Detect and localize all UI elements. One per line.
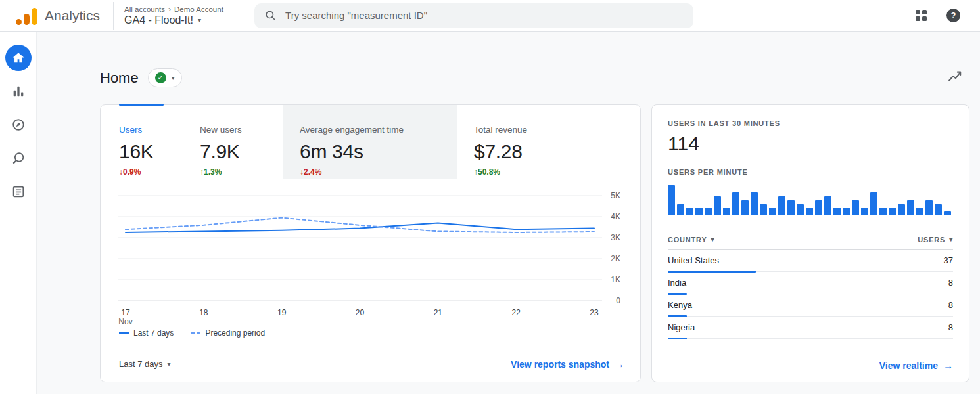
- country-users-value: 8: [948, 278, 953, 288]
- svg-text:5K: 5K: [611, 191, 620, 200]
- top-bar: Analytics All accounts › Demo Account GA…: [0, 0, 980, 32]
- svg-text:Nov: Nov: [118, 317, 132, 326]
- overview-card: Users 16K ↓0.9% New users 7.9K ↑1.3% Ave…: [100, 104, 641, 382]
- metric-tab-avg-engagement-time[interactable]: Average engagement time 6m 34s ↓2.4%: [283, 105, 457, 179]
- analytics-home-link[interactable]: Analytics: [0, 7, 113, 25]
- breadcrumb-account[interactable]: Demo Account: [174, 5, 223, 13]
- minute-bar: [760, 204, 767, 215]
- realtime-card: USERS IN LAST 30 MINUTES 114 USERS PER M…: [651, 104, 969, 382]
- minute-bar: [889, 208, 896, 215]
- insights-button[interactable]: [941, 66, 969, 90]
- metric-value: 16K: [119, 141, 200, 163]
- country-bar: [668, 338, 687, 339]
- insights-icon: [946, 68, 964, 85]
- minute-bar: [714, 196, 721, 215]
- page-header: Home ✓ ▾: [100, 66, 969, 90]
- minute-bar: [879, 208, 887, 215]
- minute-bar: [787, 200, 795, 215]
- minute-bar: [677, 204, 684, 215]
- metric-delta: ↓0.9%: [119, 167, 200, 177]
- cards-row: Users 16K ↓0.9% New users 7.9K ↑1.3% Ave…: [100, 104, 969, 382]
- sidebar-item-explore[interactable]: [5, 112, 32, 138]
- minute-bar: [686, 208, 693, 215]
- svg-text:20: 20: [356, 308, 365, 317]
- minute-bar: [705, 208, 712, 215]
- users-trend-chart: 5K4K3K2K1K017Nov181920212223: [101, 179, 640, 327]
- breadcrumb: All accounts › Demo Account: [124, 5, 236, 13]
- minute-bar: [815, 200, 822, 215]
- search-input[interactable]: [285, 10, 684, 21]
- metric-tab-new-users[interactable]: New users 7.9K ↑1.3%: [200, 105, 283, 179]
- dashed-line-swatch-icon: [191, 332, 200, 334]
- minute-bar: [833, 208, 841, 215]
- property-name: GA4 - Flood-It!: [124, 14, 193, 26]
- metric-label: New users: [200, 125, 283, 135]
- metric-tab-total-revenue[interactable]: Total revenue $7.28 ↑50.8%: [457, 105, 640, 179]
- minute-bar: [898, 204, 905, 215]
- svg-text:18: 18: [199, 308, 208, 317]
- metric-value: 7.9K: [200, 141, 283, 163]
- svg-text:4K: 4K: [611, 212, 620, 221]
- country-users-value: 8: [948, 322, 953, 332]
- chevron-down-icon: ▾: [949, 236, 953, 243]
- advertising-icon: [11, 151, 26, 165]
- status-badge[interactable]: ✓ ▾: [148, 68, 182, 87]
- svg-text:19: 19: [277, 308, 287, 317]
- users-sort-header[interactable]: USERS ▾: [918, 236, 953, 244]
- svg-text:23: 23: [590, 308, 599, 317]
- sidebar-item-reports[interactable]: [5, 78, 32, 104]
- page-title: Home: [100, 70, 139, 87]
- sidebar-item-configure[interactable]: [5, 179, 32, 205]
- metric-delta: ↑50.8%: [474, 167, 640, 177]
- help-icon[interactable]: ?: [946, 9, 960, 22]
- chart-legend: Last 7 days Preceding period: [101, 328, 640, 338]
- property-caret-icon: ▾: [198, 16, 201, 24]
- account-switcher[interactable]: All accounts › Demo Account GA4 - Flood-…: [114, 5, 236, 26]
- minute-bar: [732, 192, 739, 215]
- metric-label: Total revenue: [474, 125, 640, 135]
- sidebar-item-advertising[interactable]: [5, 145, 32, 171]
- country-table-body: United States37India8Kenya8Nigeria8: [668, 250, 953, 339]
- country-users-value: 37: [944, 255, 953, 265]
- legend-last-7-days: Last 7 days: [119, 328, 174, 338]
- compass-icon: [11, 118, 26, 132]
- apps-grid-icon[interactable]: [916, 10, 927, 21]
- country-name: United States: [668, 255, 719, 265]
- users-30min-label: USERS IN LAST 30 MINUTES: [668, 120, 953, 127]
- minute-bar: [870, 192, 877, 215]
- app-title: Analytics: [45, 8, 100, 24]
- minute-bar: [861, 208, 868, 215]
- arrow-right-icon: →: [943, 360, 953, 371]
- svg-text:22: 22: [511, 308, 521, 317]
- metrics-row: Users 16K ↓0.9% New users 7.9K ↑1.3% Ave…: [101, 105, 640, 179]
- minute-bar: [778, 196, 785, 215]
- country-name: India: [668, 278, 686, 288]
- minute-bar: [843, 208, 850, 215]
- search-bar[interactable]: [254, 3, 693, 28]
- country-row: Nigeria8: [668, 317, 953, 339]
- view-reports-snapshot-link[interactable]: View reports snapshot →: [511, 359, 624, 370]
- view-realtime-link[interactable]: View realtime →: [879, 360, 953, 371]
- header-actions: ?: [916, 9, 980, 22]
- date-range-selector[interactable]: Last 7 days ▾: [119, 359, 171, 369]
- minute-bar: [806, 208, 813, 215]
- users-30min-value: 114: [668, 133, 953, 155]
- solid-line-swatch-icon: [119, 332, 129, 334]
- analytics-logo-icon: [16, 7, 37, 25]
- country-row: India8: [668, 272, 953, 294]
- main-content: Home ✓ ▾ Users 16K ↓0.9% New users 7.9K …: [37, 32, 980, 394]
- metric-tab-users[interactable]: Users 16K ↓0.9%: [101, 105, 200, 179]
- minute-bar: [751, 192, 758, 215]
- bar-chart-icon: [11, 84, 26, 98]
- legend-preceding-period: Preceding period: [191, 328, 265, 338]
- country-sort-header[interactable]: COUNTRY ▾: [668, 236, 714, 244]
- minute-bar: [925, 200, 933, 215]
- overview-card-footer: Last 7 days ▾ View reports snapshot →: [101, 359, 640, 382]
- sidebar-item-home[interactable]: [5, 45, 32, 71]
- breadcrumb-all-accounts[interactable]: All accounts: [124, 5, 165, 13]
- users-per-minute-chart: [668, 184, 953, 215]
- svg-text:17: 17: [121, 308, 130, 317]
- arrow-right-icon: →: [615, 359, 624, 370]
- home-icon: [11, 51, 26, 65]
- country-name: Kenya: [668, 300, 692, 310]
